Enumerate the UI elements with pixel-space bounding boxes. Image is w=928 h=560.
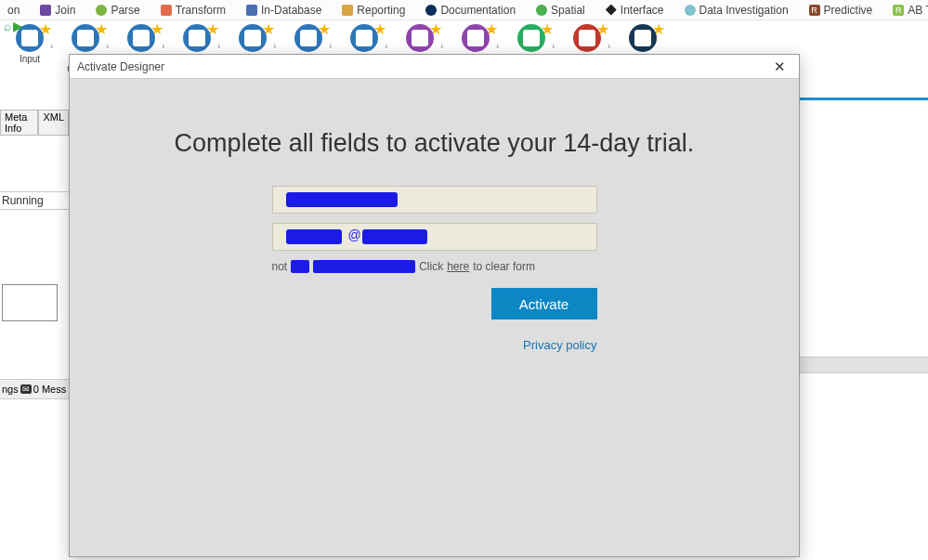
category-interface[interactable]: Interface (606, 4, 664, 17)
tool-input[interactable]: ★ Input (2, 24, 58, 64)
tab-meta-info[interactable]: Meta Info (0, 110, 38, 136)
category-spatial[interactable]: Spatial (536, 4, 585, 17)
tool-category-bar: on Join Parse Transform In-Database Repo… (0, 0, 928, 20)
dialog-heading: Complete all fields to activate your 14-… (107, 129, 762, 158)
category-ab-testing[interactable]: RAB Testing (893, 4, 928, 17)
category-documentation[interactable]: Documentation (425, 4, 516, 17)
redacted-text (362, 229, 427, 244)
redacted-text (286, 192, 398, 207)
category-in-database[interactable]: In-Database (246, 4, 321, 17)
redacted-text (313, 260, 415, 273)
category-predictive[interactable]: RPredictive (809, 4, 873, 17)
tool-9[interactable]: ›★ (448, 24, 503, 52)
tool-label: Input (20, 54, 40, 64)
privacy-row: Privacy policy (272, 338, 597, 352)
tool-icon (72, 24, 99, 52)
tool-8[interactable]: ›★ (392, 24, 448, 52)
config-panel: Meta Info XML Running (0, 110, 69, 321)
chevron-icon: › (50, 41, 53, 51)
email-field[interactable]: @ (272, 223, 597, 251)
redacted-text (286, 229, 342, 244)
category-reporting[interactable]: Reporting (342, 4, 405, 17)
results-status: ngs ✉ 0 Mess (0, 379, 69, 399)
tool-3[interactable]: ›★ (113, 24, 169, 52)
dialog-title: Activate Designer (77, 60, 164, 73)
category-on[interactable]: on (7, 4, 20, 17)
category-data-investigation[interactable]: Data Investigation (685, 4, 789, 17)
category-parse[interactable]: Parse (96, 4, 139, 17)
name-field[interactable] (272, 186, 597, 214)
close-icon[interactable]: ✕ (767, 59, 791, 75)
tool-12[interactable]: ›★ (615, 24, 671, 52)
tool-10[interactable]: ›★ (503, 24, 559, 52)
helper-not: not (272, 260, 288, 273)
category-join[interactable]: Join (40, 4, 75, 17)
privacy-policy-link[interactable]: Privacy policy (523, 338, 596, 352)
msg-count: 0 Mess (33, 384, 66, 395)
tab-xml[interactable]: XML (38, 110, 69, 136)
category-transform[interactable]: Transform (161, 4, 226, 17)
activate-button[interactable]: Activate (491, 288, 597, 319)
activate-designer-dialog: Activate Designer ✕ Complete all fields … (69, 54, 800, 557)
tool-5[interactable]: ›★ (225, 24, 281, 52)
helper-click: Click (419, 260, 443, 273)
tool-11[interactable]: ›★ (559, 24, 615, 52)
running-label: Running (0, 191, 69, 210)
tool-icon (16, 24, 44, 52)
dialog-body: Complete all fields to activate your 14-… (70, 79, 799, 352)
status-text: ngs (2, 384, 19, 395)
at-symbol: @ (346, 228, 364, 242)
clear-form-link[interactable]: here (447, 260, 469, 273)
preview-thumbnail[interactable] (2, 284, 58, 321)
tool-7[interactable]: ›★ (336, 24, 392, 52)
helper-suffix: to clear form (473, 260, 535, 273)
tool-4[interactable]: ›★ (169, 24, 225, 52)
dialog-title-bar: Activate Designer ✕ (70, 55, 799, 79)
msg-icon: ✉ (20, 384, 32, 394)
redacted-text (291, 260, 309, 273)
helper-text: not Click here to clear form (272, 260, 597, 273)
panel-tabs: Meta Info XML (0, 110, 69, 136)
tool-6[interactable]: ›★ (281, 24, 336, 52)
activation-form: @ not Click here to clear form Activate … (107, 186, 762, 352)
